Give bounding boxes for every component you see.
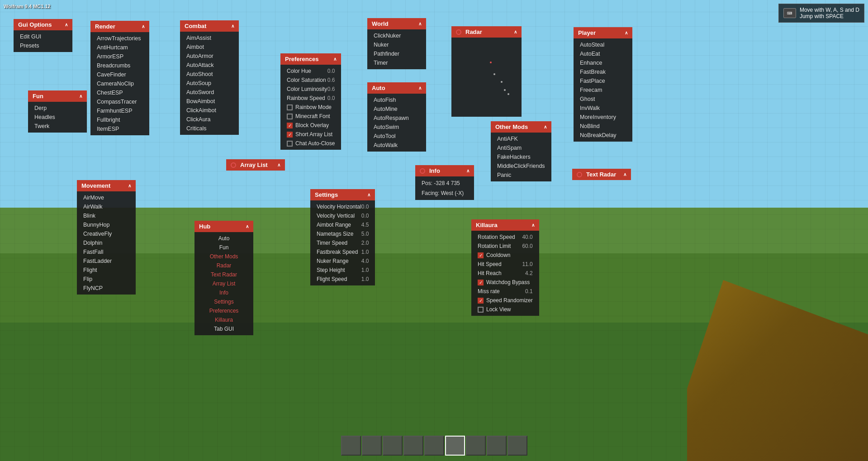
settings-header[interactable]: Settings ∧ (310, 189, 375, 200)
hotbar-slot-9[interactable] (508, 436, 527, 456)
movement-flyncp[interactable]: FlyNCP (77, 284, 136, 293)
combat-autoshoot[interactable]: AutoShoot (180, 70, 239, 79)
movement-collapse[interactable]: ∧ (128, 183, 131, 188)
auto-header[interactable]: Auto ∧ (367, 82, 426, 94)
chat-auto-close-row[interactable]: Chat Auto-Close (280, 139, 341, 148)
render-chestesp[interactable]: ChestESP (90, 88, 149, 97)
render-arrowtrajectories[interactable]: ArrowTrajectories (90, 34, 149, 43)
combat-header[interactable]: Combat ∧ (180, 20, 239, 32)
hub-text-radar[interactable]: Text Radar (194, 270, 253, 279)
player-nobreakdelay[interactable]: NoBreakDelay (574, 131, 632, 140)
presets-item[interactable]: Presets (14, 41, 72, 50)
hub-killaura[interactable]: Killaura (194, 315, 253, 324)
auto-autowalk[interactable]: AutoWalk (367, 141, 426, 150)
hub-info[interactable]: Info (194, 288, 253, 297)
preferences-collapse[interactable]: ∧ (333, 57, 337, 62)
player-noblind[interactable]: NoBlind (574, 122, 632, 131)
array-list-collapse[interactable]: ∧ (277, 162, 280, 167)
killaura-header[interactable]: Killaura ∧ (471, 219, 539, 231)
preferences-header[interactable]: Preferences ∧ (280, 53, 341, 65)
combat-aimassist[interactable]: AimAssist (180, 33, 239, 43)
world-header[interactable]: World ∧ (367, 18, 426, 29)
player-freecam[interactable]: Freecam (574, 86, 632, 95)
other-mods-collapse[interactable]: ∧ (544, 124, 547, 129)
movement-flight[interactable]: Flight (77, 266, 136, 275)
combat-criticals[interactable]: Criticals (180, 124, 239, 133)
other-mods-header[interactable]: Other Mods ∧ (491, 121, 551, 133)
hub-header[interactable]: Hub ∧ (194, 221, 253, 232)
movement-airmove[interactable]: AirMove (77, 193, 136, 202)
render-armoresp[interactable]: ArmorESP (90, 52, 149, 61)
combat-autoarmor[interactable]: AutoArmor (180, 52, 239, 61)
auto-autofish[interactable]: AutoFish (367, 95, 426, 105)
other-middleclickfriends[interactable]: MiddleClickFriends (491, 162, 551, 171)
player-fastbreak[interactable]: FastBreak (574, 67, 632, 76)
movement-header[interactable]: Movement ∧ (77, 180, 136, 191)
movement-fastfall[interactable]: FastFall (77, 247, 136, 257)
auto-collapse[interactable]: ∧ (418, 86, 422, 90)
radar-collapse[interactable]: ∧ (514, 29, 517, 34)
player-header[interactable]: Player ∧ (574, 27, 632, 38)
player-collapse[interactable]: ∧ (625, 30, 628, 35)
info-collapse[interactable]: ∧ (466, 168, 470, 173)
minecraft-font-row[interactable]: Minecraft Font (280, 112, 341, 121)
other-fakehackers[interactable]: FakeHackers (491, 152, 551, 162)
hotbar-slot-7[interactable] (466, 436, 486, 456)
fun-headles[interactable]: Headles (28, 113, 87, 122)
hub-array-list[interactable]: Array List (194, 279, 253, 288)
info-header[interactable]: Info ∧ (415, 165, 474, 176)
render-header[interactable]: Render ∧ (90, 21, 149, 32)
auto-automine[interactable]: AutoMine (367, 105, 426, 114)
combat-collapse[interactable]: ∧ (231, 24, 234, 29)
world-clicknuker[interactable]: ClickNuker (367, 31, 426, 40)
block-overlay-row[interactable]: ✓ Block Overlay (280, 121, 341, 130)
combat-autoattack[interactable]: AutoAttack (180, 61, 239, 70)
movement-creativefly[interactable]: CreativeFly (77, 229, 136, 238)
combat-clickaura[interactable]: ClickAura (180, 115, 239, 124)
world-nuker[interactable]: Nuker (367, 40, 426, 49)
player-ghost[interactable]: Ghost (574, 95, 632, 104)
world-collapse[interactable]: ∧ (418, 21, 422, 26)
movement-dolphin[interactable]: Dolphin (77, 238, 136, 247)
player-autoeat[interactable]: AutoEat (574, 49, 632, 58)
movement-fastladder[interactable]: FastLadder (77, 257, 136, 266)
lock-view-checkbox[interactable] (478, 307, 484, 313)
hub-auto[interactable]: Auto (194, 234, 253, 243)
fun-collapse[interactable]: ∧ (79, 94, 82, 99)
world-pathfinder[interactable]: Pathfinder (367, 49, 426, 58)
combat-clickaimbot[interactable]: ClickAimbot (180, 106, 239, 115)
render-cavefinder[interactable]: CaveFinder (90, 70, 149, 79)
player-enhance[interactable]: Enhance (574, 58, 632, 67)
settings-collapse[interactable]: ∧ (367, 192, 370, 197)
render-itemesp[interactable]: ItemESP (90, 124, 149, 133)
hub-radar[interactable]: Radar (194, 261, 253, 270)
speed-randomizer-checkbox[interactable]: ✓ (478, 298, 484, 304)
hotbar-slot-3[interactable] (383, 436, 403, 456)
auto-autotool[interactable]: AutoTool (367, 132, 426, 141)
short-array-list-row[interactable]: ✓ Short Array List (280, 130, 341, 139)
render-collapse[interactable]: ∧ (142, 24, 145, 29)
fun-header[interactable]: Fun ∧ (28, 90, 87, 102)
rainbow-mode-checkbox[interactable] (287, 105, 293, 110)
player-fastplace[interactable]: FastPlace (574, 76, 632, 86)
movement-blink[interactable]: Blink (77, 211, 136, 220)
fun-twerk[interactable]: Twerk (28, 122, 87, 131)
hotbar-slot-1[interactable] (341, 436, 361, 456)
hotbar-slot-6[interactable] (445, 436, 465, 456)
hub-collapse[interactable]: ∧ (246, 224, 249, 229)
rainbow-mode-row[interactable]: Rainbow Mode (280, 103, 341, 112)
array-list-header[interactable]: Array List ∧ (226, 159, 285, 171)
hotbar-slot-4[interactable] (403, 436, 423, 456)
watchdog-bypass-row[interactable]: ✓ Watchdog Bypass (471, 278, 539, 287)
hub-tab-gui[interactable]: Tab GUI (194, 324, 253, 333)
block-overlay-checkbox[interactable]: ✓ (287, 123, 293, 128)
movement-bunnyhop[interactable]: BunnyHop (77, 220, 136, 229)
render-fullbright[interactable]: Fullbright (90, 115, 149, 124)
render-cameranoclip[interactable]: CameraNoClip (90, 79, 149, 88)
other-antispam[interactable]: AntiSpam (491, 143, 551, 152)
hub-other-mods[interactable]: Other Mods (194, 252, 253, 261)
render-compasstracer[interactable]: CompassTracer (90, 97, 149, 106)
radar-header[interactable]: Radar ∧ (451, 26, 522, 38)
fun-derp[interactable]: Derp (28, 104, 87, 113)
short-array-list-checkbox[interactable]: ✓ (287, 132, 293, 138)
